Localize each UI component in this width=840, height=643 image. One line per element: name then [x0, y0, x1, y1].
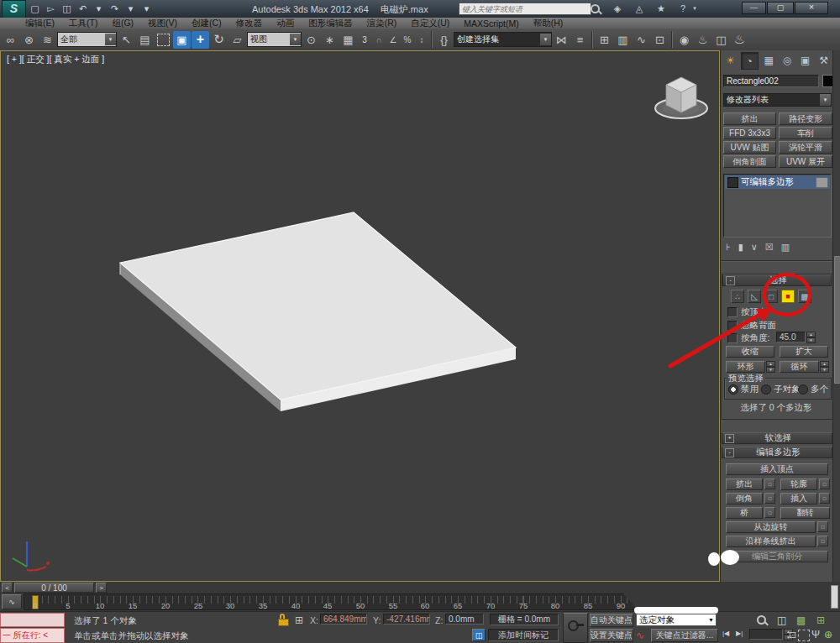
time-slider-right-icon[interactable]: > [96, 583, 107, 593]
layer-manager-icon[interactable]: ⊞ [596, 31, 613, 49]
angle-value-field[interactable]: 45.0 [776, 332, 806, 342]
menu-create[interactable]: 创建(C) [192, 18, 222, 29]
modifier-button-lathe[interactable]: 车削 [779, 127, 832, 139]
modifier-button-ffd3x3x3[interactable]: FFD 3x3x3 [723, 127, 776, 139]
close-button[interactable]: × [795, 2, 828, 14]
key-curve-icon[interactable]: ∿ [636, 630, 644, 641]
object-name-field[interactable]: Rectangle002 [723, 75, 819, 87]
new-file-icon[interactable]: ▢ [29, 3, 41, 14]
hinge-settings-icon[interactable]: □ [817, 521, 828, 532]
menu-rendering[interactable]: 渲染(R) [367, 18, 397, 29]
outline-settings-icon[interactable]: □ [819, 478, 830, 489]
named-selection-sets-dropdown[interactable]: 创建选择集 ▼ [454, 32, 552, 47]
outline-button[interactable]: 轮廓 [780, 478, 817, 490]
tab-hierarchy-icon[interactable]: ▦ [761, 52, 777, 68]
spinner-snap-icon[interactable]: ↕ [415, 31, 428, 49]
reference-coordinate-dropdown[interactable]: 视图 ▼ [247, 32, 302, 47]
extrude-along-spline-button[interactable]: 沿样条线挤出 [726, 536, 816, 547]
loop-spinner[interactable]: ▲▼ [820, 361, 829, 373]
bevel-settings-icon[interactable]: □ [764, 493, 775, 504]
subobject-radio[interactable] [761, 384, 771, 395]
zoom-extents-all-icon[interactable]: ⊞ [816, 614, 825, 626]
z-coord-field[interactable]: 0.0mm [445, 614, 484, 625]
select-and-scale-icon[interactable]: ▱ [228, 31, 246, 49]
time-slider[interactable]: 0 / 100 [14, 583, 94, 593]
modifier-button-unwrapuvw[interactable]: UVW 展开 [779, 155, 832, 168]
x-coord-field[interactable]: 664.849mm [320, 614, 367, 625]
ring-spinner[interactable]: ▲▼ [766, 361, 775, 373]
viewcube[interactable] [646, 66, 717, 128]
add-time-tag[interactable]: 添加时间标记 [488, 629, 559, 641]
loop-button[interactable]: 循环 [780, 361, 819, 373]
spin-up-icon[interactable]: ▲ [820, 361, 829, 367]
help-icon[interactable]: ? [675, 3, 690, 14]
maximize-button[interactable]: ▢ [767, 2, 794, 14]
modifier-button-bevelprofile[interactable]: 倒角剖面 [723, 155, 776, 168]
preview-disable-radio-row[interactable]: 禁用 [728, 384, 759, 395]
by-angle-checkbox[interactable] [727, 333, 738, 343]
chevron-down-icon[interactable]: ▼ [290, 34, 301, 45]
ring-button[interactable]: 环形 [726, 361, 765, 373]
preview-subobject-radio-row[interactable]: 子对象 [761, 384, 801, 395]
undo-icon[interactable]: ↶ [76, 3, 89, 14]
by-vertex-checkbox-row[interactable]: 按顶点 [727, 306, 768, 318]
by-vertex-checkbox[interactable] [727, 307, 738, 317]
key-filter-selected-dropdown[interactable]: 选定对象 ▼ [636, 614, 717, 626]
schematic-view-icon[interactable]: ⊡ [651, 31, 669, 49]
subscription-icon[interactable]: ◈ [610, 3, 625, 14]
select-object-icon[interactable]: ↖ [118, 31, 135, 49]
y-coord-field[interactable]: -427.416mm [383, 614, 430, 625]
menu-views[interactable]: 视图(V) [148, 18, 177, 29]
soft-selection-rollout-header[interactable]: + 软选择 [722, 432, 832, 444]
viewport[interactable]: [ + ][ 正交 ][ 真实 + 边面 ] [0, 50, 720, 582]
preview-multiple-radio-row[interactable]: 多个 [798, 384, 828, 395]
favorites-star-icon[interactable]: ★ [654, 3, 669, 14]
next-frame-icon[interactable]: ▶| [736, 630, 743, 637]
select-and-move-icon[interactable]: + [192, 31, 209, 49]
menu-edit[interactable]: 编辑(E) [25, 18, 55, 29]
redo-dropdown-icon[interactable]: ▾ [124, 3, 137, 14]
zoom-icon[interactable] [756, 614, 768, 628]
open-file-icon[interactable]: ▻ [45, 3, 57, 14]
spin-down-icon[interactable]: ▼ [806, 337, 816, 343]
multiple-radio[interactable] [798, 384, 808, 395]
zoom-extents-icon[interactable]: ▩ [796, 614, 806, 626]
remove-modifier-icon[interactable]: ☒ [765, 242, 774, 253]
ignore-backfacing-checkbox-row[interactable]: 忽略背面 [727, 320, 776, 332]
tab-create-icon[interactable]: ☀ [722, 52, 738, 68]
percent-snap-icon[interactable]: % [401, 31, 414, 49]
menu-maxscript[interactable]: MAXScript(M) [464, 18, 518, 29]
keyboard-override-toggle-icon[interactable]: ▦ [339, 31, 357, 49]
configure-modifier-sets-icon[interactable]: ▥ [781, 242, 790, 253]
modifier-button-uvwmap[interactable]: UVW 贴图 [723, 141, 776, 154]
tab-display-icon[interactable]: ▣ [797, 52, 813, 68]
zoom-all-icon[interactable]: ◫ [777, 614, 786, 626]
tab-utilities-icon[interactable]: ⚒ [816, 52, 832, 68]
shrink-button[interactable]: 收缩 [726, 346, 774, 358]
current-frame-field[interactable] [749, 629, 783, 640]
tab-modify-icon[interactable]: ◔ [741, 52, 759, 70]
absolute-offset-mode-icon[interactable]: ⊞ [295, 614, 303, 626]
make-unique-icon[interactable]: ∨ [751, 242, 758, 253]
modifier-list-dropdown[interactable]: 修改器列表 ▼ [723, 93, 832, 107]
zoom-region-icon[interactable] [798, 630, 810, 641]
rectangular-selection-region-icon[interactable] [155, 31, 172, 49]
chevron-down-icon[interactable]: ▼ [105, 34, 116, 45]
maxscript-mini-listener[interactable] [0, 613, 65, 627]
spin-up-icon[interactable]: ▲ [806, 332, 816, 337]
toolbar-options-icon[interactable]: ▾ [140, 3, 153, 14]
maximize-viewport-toggle-icon[interactable]: ⊡ [789, 630, 796, 640]
border-subobject-icon[interactable]: □ [764, 290, 778, 303]
menu-help[interactable]: 帮助(H) [533, 18, 564, 29]
modifier-button-turbosmooth[interactable]: 涡轮平滑 [779, 141, 832, 154]
flip-button[interactable]: 翻转 [780, 507, 830, 519]
element-subobject-icon[interactable]: ▩ [798, 290, 811, 303]
spline-extrude-settings-icon[interactable]: □ [817, 536, 828, 546]
slab-object[interactable] [1, 51, 719, 581]
graphite-ribbon-icon[interactable]: ▥ [614, 31, 632, 49]
panel-scrollbar-thumb[interactable] [834, 256, 840, 384]
maxscript-listener-line[interactable]: 一 所在行: < [0, 628, 65, 643]
menu-customize[interactable]: 自定义(U) [411, 18, 449, 29]
stack-item-editable-poly[interactable]: 可编辑多边形 [725, 175, 830, 189]
spin-down-icon[interactable]: ▼ [820, 367, 829, 373]
